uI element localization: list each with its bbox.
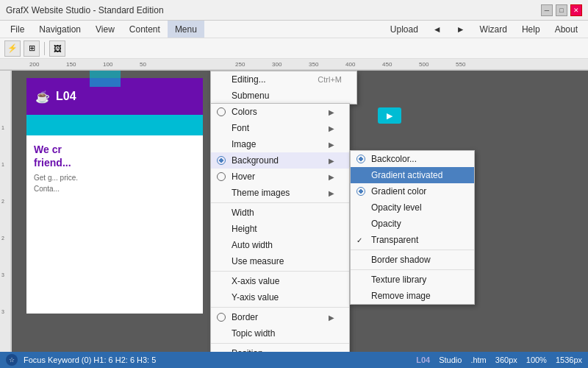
menu-next[interactable]: ► <box>449 21 473 38</box>
svg-text:550: 550 <box>456 61 466 68</box>
submenu-item[interactable]: Submenu <box>211 88 356 104</box>
menu-content[interactable]: Content <box>122 21 168 38</box>
menu-background[interactable]: Background ▶ <box>211 152 349 169</box>
menu-navigation[interactable]: Navigation <box>32 21 88 38</box>
bg-backcolor[interactable]: Backcolor... <box>351 151 474 167</box>
menu-border[interactable]: Border ▶ <box>211 309 349 325</box>
bg-texture-library[interactable]: Texture library <box>351 272 474 288</box>
menu-file[interactable]: File <box>3 21 32 38</box>
svg-text:250: 250 <box>235 61 245 68</box>
status-logo: L04 <box>416 355 430 364</box>
menu-position[interactable]: Position <box>211 345 349 352</box>
menu-prev[interactable]: ◄ <box>426 21 449 38</box>
menu-upload[interactable]: Upload <box>383 21 426 38</box>
svg-text:100: 100 <box>103 61 113 68</box>
menu-menu[interactable]: Menu <box>168 21 204 38</box>
sep1 <box>211 202 349 203</box>
svg-text:2: 2 <box>1 199 4 204</box>
horizontal-ruler: 200 150 100 50 250 300 350 400 450 500 5… <box>0 59 588 71</box>
bg-opacity-level[interactable]: Opacity level <box>351 199 474 216</box>
editing-item[interactable]: Editing... Ctrl+M <box>211 71 356 88</box>
bg-gradient-color[interactable]: Gradient color <box>351 183 474 199</box>
nav-highlight <box>90 71 121 87</box>
menu-hover[interactable]: Hover ▶ <box>211 169 349 185</box>
bg-opacity[interactable]: Opacity <box>351 216 474 232</box>
svg-text:1: 1 <box>1 125 4 130</box>
bg-sep2 <box>351 269 474 270</box>
menu-image[interactable]: Image ▶ <box>211 136 349 152</box>
svg-text:3: 3 <box>1 272 4 277</box>
svg-text:350: 350 <box>309 61 319 68</box>
sep3 <box>211 307 349 308</box>
status-right: L04 Studio .htm 360px 100% 1536px <box>416 355 582 364</box>
close-button[interactable]: ✕ <box>570 4 582 16</box>
menu-auto-width[interactable]: Auto width <box>211 237 349 253</box>
toolbar-separator <box>44 42 45 55</box>
bg-sep <box>351 250 474 250</box>
status-zoom: 100% <box>526 355 547 364</box>
toolbar-btn-1[interactable]: ⚡ <box>4 40 21 57</box>
svg-text:50: 50 <box>140 61 146 68</box>
svg-rect-0 <box>0 59 588 71</box>
sep2 <box>211 271 349 272</box>
menu-font[interactable]: Font ▶ <box>211 120 349 136</box>
site-heading: We crfriend... <box>34 143 196 169</box>
site-paragraph: Get g... price. <box>34 174 196 182</box>
nav-indicator: ▶ <box>378 107 401 124</box>
editing-dropdown: Editing... Ctrl+M Submenu <box>210 71 357 105</box>
status-studio: Studio <box>439 355 462 364</box>
status-res: 1536px <box>556 355 582 364</box>
title-bar: GrafX Website Studio - Standard Edition … <box>0 0 588 21</box>
menu-bar: File Navigation View Content Menu Upload… <box>0 21 588 38</box>
bg-remove-image[interactable]: Remove image <box>351 288 474 304</box>
maximize-button[interactable]: □ <box>556 4 567 16</box>
svg-text:300: 300 <box>272 61 282 68</box>
status-text: Focus Keyword (0) H1: 6 H2: 6 H3: 5 <box>24 355 156 364</box>
toolbar-btn-3[interactable]: 🖼 <box>49 40 65 57</box>
canvas-area: ☕ L04 We crfriend... Get g... price. Con… <box>12 71 588 352</box>
status-size: 360px <box>495 355 517 364</box>
menu-view[interactable]: View <box>88 21 122 38</box>
menu-height[interactable]: Height <box>211 221 349 237</box>
menu-about[interactable]: About <box>548 21 585 38</box>
status-icon: ☆ <box>6 354 18 366</box>
site-logo-text: L04 <box>56 90 76 103</box>
svg-text:500: 500 <box>419 61 429 68</box>
site-preview: ☕ L04 We crfriend... Get g... price. Con… <box>26 78 203 314</box>
svg-text:2: 2 <box>1 236 4 241</box>
menu-y-axis[interactable]: Y-axis value <box>211 289 349 305</box>
bg-transparent[interactable]: Transparent <box>351 232 474 248</box>
status-htm: .htm <box>470 355 486 364</box>
window-title: GrafX Website Studio - Standard Edition <box>6 5 164 15</box>
menu-colors[interactable]: Colors ▶ <box>211 104 349 120</box>
site-nav <box>26 115 203 135</box>
main-area: 50 1 1 2 2 3 3 ☕ L04 We crfriend... Get … <box>0 71 588 352</box>
menu-width[interactable]: Width <box>211 205 349 221</box>
window-controls: ─ □ ✕ <box>541 4 582 16</box>
menu-theme-images[interactable]: Theme images ▶ <box>211 185 349 201</box>
svg-rect-13 <box>0 71 12 365</box>
status-bar: ☆ Focus Keyword (0) H1: 6 H2: 6 H3: 5 L0… <box>0 352 588 368</box>
menu-wizard[interactable]: Wizard <box>473 21 514 38</box>
svg-text:200: 200 <box>29 61 40 68</box>
svg-text:1: 1 <box>1 162 4 167</box>
menu-use-measure[interactable]: Use measure <box>211 253 349 269</box>
menu-x-axis[interactable]: X-axis value <box>211 273 349 289</box>
bg-gradient-activated[interactable]: Gradient activated <box>351 167 474 183</box>
bg-border-shadow[interactable]: Border shadow <box>351 252 474 268</box>
svg-text:400: 400 <box>345 61 356 68</box>
minimize-button[interactable]: ─ <box>541 4 553 16</box>
site-content: We crfriend... Get g... price. Conta... <box>26 135 203 200</box>
main-dropdown: Colors ▶ Font ▶ Image ▶ Background ▶ Hov… <box>210 103 350 352</box>
svg-text:50: 50 <box>0 102 1 107</box>
menu-help[interactable]: Help <box>514 21 548 38</box>
menu-topic-width[interactable]: Topic width <box>211 325 349 342</box>
background-submenu: Backcolor... Gradient activated Gradient… <box>350 150 475 305</box>
svg-text:3: 3 <box>1 309 4 314</box>
toolbar-btn-2[interactable]: ⊞ <box>24 40 40 57</box>
svg-text:150: 150 <box>66 61 76 68</box>
site-logo-icon: ☕ <box>35 90 50 104</box>
site-contact: Conta... <box>34 185 196 193</box>
sep4 <box>211 343 349 344</box>
svg-text:450: 450 <box>382 61 392 68</box>
